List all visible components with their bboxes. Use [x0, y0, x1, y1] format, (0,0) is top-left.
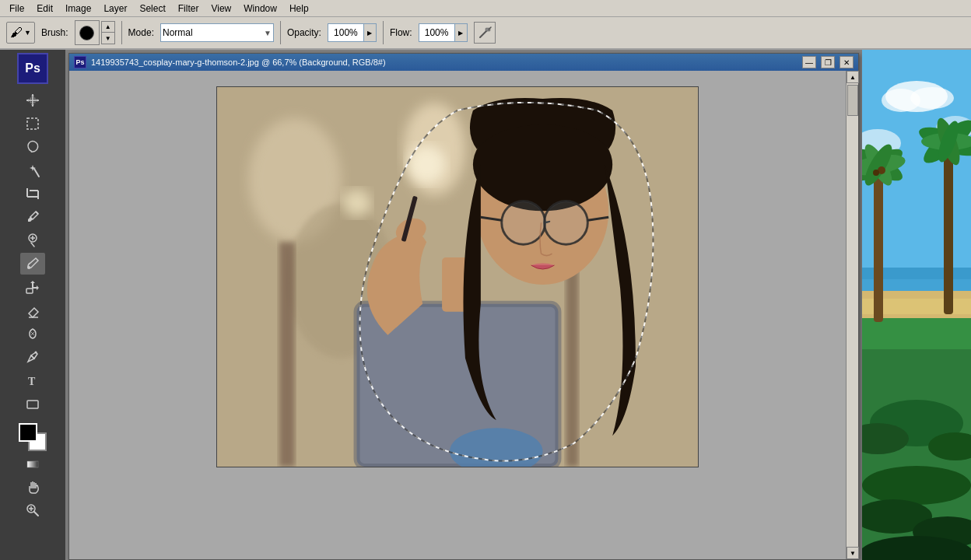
- menu-select[interactable]: Select: [133, 2, 171, 16]
- right-panel: [862, 50, 971, 560]
- tool-zoom[interactable]: [20, 499, 45, 521]
- canvas-image[interactable]: [216, 86, 699, 467]
- brush-size-up[interactable]: ▲: [102, 22, 114, 33]
- tool-gradient[interactable]: [20, 453, 45, 474]
- document-ps-icon: Ps: [74, 56, 86, 68]
- main-layout: Ps: [0, 50, 971, 560]
- document-titlebar: Ps 1419935743_cosplay-mary-g-thomson-2.j…: [69, 54, 858, 71]
- svg-line-12: [36, 212, 38, 214]
- clone-stamp-icon: [25, 279, 40, 295]
- eyedropper-icon: [25, 209, 40, 225]
- svg-rect-68: [874, 166, 883, 322]
- tool-shape[interactable]: [20, 393, 45, 415]
- menu-edit[interactable]: Edit: [30, 2, 59, 16]
- mode-select[interactable]: Normal Dissolve Multiply Screen Overlay: [163, 27, 264, 38]
- crop-icon: [25, 186, 40, 201]
- tool-magic-wand[interactable]: [20, 159, 45, 181]
- tool-move[interactable]: [20, 89, 45, 111]
- tool-marquee[interactable]: [20, 113, 45, 135]
- scroll-up-button[interactable]: ▲: [847, 71, 859, 83]
- shape-icon: [25, 396, 40, 411]
- svg-point-38: [343, 189, 371, 217]
- tool-healing-brush[interactable]: [20, 229, 45, 251]
- hand-icon: [25, 479, 40, 495]
- menu-layer[interactable]: Layer: [97, 2, 133, 16]
- svg-rect-18: [26, 289, 33, 293]
- menu-image[interactable]: Image: [59, 2, 97, 16]
- brush-preview-box[interactable]: [75, 20, 100, 45]
- document-canvas[interactable]: [69, 71, 846, 559]
- svg-point-37: [407, 145, 446, 184]
- brush-dropdown-arrow[interactable]: ▼: [24, 29, 31, 37]
- tropical-scene-svg: [862, 50, 971, 560]
- tool-blur[interactable]: [20, 323, 45, 345]
- svg-point-17: [27, 266, 30, 269]
- svg-point-49: [503, 201, 545, 243]
- menu-view[interactable]: View: [205, 2, 237, 16]
- menu-bar: File Edit Image Layer Select Filter View…: [0, 0, 971, 17]
- marquee-icon: [25, 116, 40, 131]
- left-toolbar: Ps: [0, 50, 65, 560]
- brush-label: Brush:: [41, 27, 68, 38]
- canvas-area: Ps 1419935743_cosplay-mary-g-thomson-2.j…: [65, 50, 862, 560]
- lasso-icon: [25, 139, 40, 155]
- window-restore-button[interactable]: ❐: [821, 56, 835, 68]
- svg-text:T: T: [28, 376, 36, 387]
- opacity-input[interactable]: [328, 27, 363, 38]
- tool-pen[interactable]: [20, 346, 45, 368]
- scrollbar-right: ▲ ▼: [846, 71, 858, 559]
- svg-rect-74: [944, 143, 953, 314]
- blur-icon: [25, 326, 40, 341]
- scroll-thumb[interactable]: [847, 85, 858, 116]
- move-icon: [25, 93, 40, 108]
- svg-point-81: [873, 170, 879, 176]
- svg-point-85: [862, 466, 971, 505]
- brush-circle: [79, 26, 94, 40]
- menu-file[interactable]: File: [3, 2, 30, 16]
- flow-input-container[interactable]: ▶: [419, 23, 468, 42]
- airbrush-button[interactable]: [474, 22, 496, 44]
- pen-icon: [25, 349, 40, 365]
- tool-hand[interactable]: [20, 476, 45, 498]
- airbrush-icon: [478, 26, 492, 40]
- foreground-color-swatch[interactable]: [19, 423, 37, 442]
- window-minimize-button[interactable]: —: [802, 56, 816, 68]
- tool-clone-stamp[interactable]: [20, 276, 45, 298]
- svg-point-22: [35, 352, 37, 354]
- flow-input[interactable]: [419, 27, 454, 38]
- tool-type[interactable]: T: [20, 369, 45, 391]
- svg-line-7: [34, 169, 39, 177]
- svg-line-27: [34, 512, 38, 516]
- svg-point-50: [545, 201, 587, 243]
- brush-preview-container[interactable]: ▲ ▼: [75, 20, 115, 45]
- window-close-button[interactable]: ✕: [840, 56, 854, 68]
- tool-lasso[interactable]: [20, 136, 45, 158]
- brush-tool-icon: [25, 256, 40, 271]
- color-swatches: [19, 423, 47, 451]
- canvas-svg: [217, 87, 698, 467]
- brush-size-down[interactable]: ▼: [102, 33, 114, 44]
- menu-window[interactable]: Window: [237, 2, 283, 16]
- opacity-arrow[interactable]: ▶: [363, 24, 376, 41]
- wand-icon: [25, 163, 40, 178]
- document-title: 1419935743_cosplay-mary-g-thomson-2.jpg …: [91, 58, 797, 67]
- brush-tool-button[interactable]: 🖌 ▼: [6, 22, 35, 44]
- mode-label: Mode:: [128, 27, 154, 38]
- tool-eyedropper[interactable]: [20, 206, 45, 228]
- healing-brush-icon: [25, 233, 40, 248]
- svg-rect-24: [27, 401, 38, 408]
- tool-brush[interactable]: [20, 253, 45, 275]
- svg-line-2: [489, 27, 491, 30]
- tool-eraser[interactable]: [20, 299, 45, 321]
- brush-size-stepper[interactable]: ▲ ▼: [101, 21, 115, 44]
- type-icon: T: [25, 373, 40, 388]
- opacity-input-container[interactable]: ▶: [328, 23, 377, 42]
- menu-help[interactable]: Help: [283, 2, 315, 16]
- tool-crop[interactable]: [20, 183, 45, 205]
- menu-filter[interactable]: Filter: [172, 2, 205, 16]
- mode-dropdown-container[interactable]: Normal Dissolve Multiply Screen Overlay …: [160, 23, 274, 42]
- gradient-icon: [25, 456, 40, 471]
- svg-rect-35: [279, 242, 295, 467]
- scroll-down-button[interactable]: ▼: [847, 547, 859, 559]
- flow-arrow[interactable]: ▶: [454, 24, 467, 41]
